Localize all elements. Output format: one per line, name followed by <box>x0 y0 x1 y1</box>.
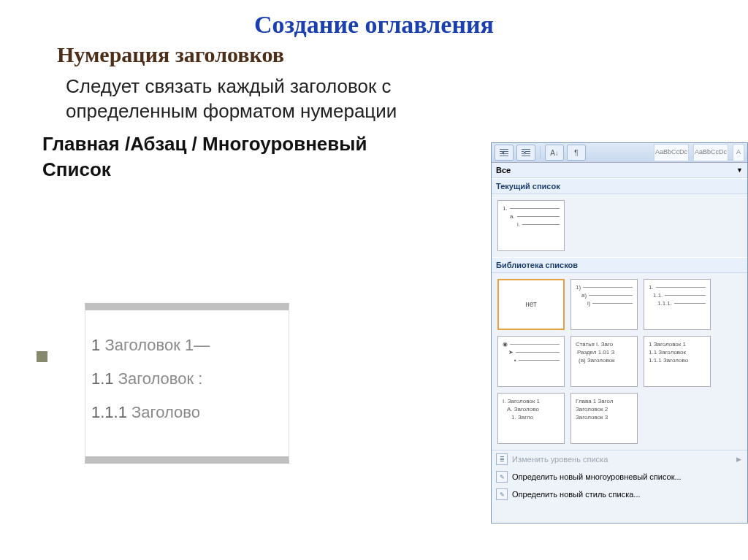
body-text: Следует связать каждый заголовок с опред… <box>66 74 431 124</box>
menu-path: Главная /Абзац / Многоуровневый Список <box>42 131 408 183</box>
define-multilevel-menu[interactable]: ✎ Определить новый многоуровневый список… <box>492 468 747 486</box>
preview-line: 1.1.1 Заголово <box>91 403 283 422</box>
current-list-thumb[interactable]: 1. a. i. <box>497 200 565 251</box>
list-thumb-none[interactable]: нет <box>497 279 565 330</box>
section-library: Библиотека списков <box>492 257 747 273</box>
list-thumb[interactable]: 1 Заголовок 1 1.1 Заголовок 1.1.1 Заголо… <box>644 336 711 387</box>
heading-preview: 1 Заголовок 1— 1.1 Заголовок : 1.1.1 Заг… <box>85 303 289 464</box>
style-preview[interactable]: AaBbCcDc <box>654 144 689 161</box>
define-list-icon: ✎ <box>496 471 508 483</box>
preview-line: 1.1 Заголовок : <box>91 369 283 388</box>
level-icon: ≣ <box>496 453 508 465</box>
list-thumb[interactable]: ◉ ➤ ▪ <box>497 336 565 387</box>
section-current-list: Текущий список <box>492 178 747 194</box>
show-marks-icon[interactable]: ¶ <box>567 145 586 161</box>
decrease-indent-icon[interactable] <box>495 145 514 161</box>
style-preview[interactable]: A <box>733 144 744 161</box>
define-style-menu[interactable]: ✎ Определить новый стиль списка... <box>492 486 747 503</box>
chevron-right-icon: ▶ <box>736 456 741 463</box>
all-dropdown[interactable]: Все ▼ <box>492 163 747 178</box>
list-thumb[interactable]: 1) a) i) <box>570 279 638 330</box>
preview-line: 1 Заголовок 1— <box>91 336 283 355</box>
panel-bottom-menu: ≣ Изменить уровень списка ▶ ✎ Определить… <box>492 450 747 503</box>
chevron-down-icon: ▼ <box>736 166 743 174</box>
bullet-square <box>37 351 47 362</box>
sort-icon[interactable]: А↓ <box>545 145 564 161</box>
define-style-icon: ✎ <box>496 488 508 500</box>
list-thumb[interactable]: I. Заголовок 1 A. Заголово 1. Загло <box>497 393 565 444</box>
list-thumb[interactable]: Статья I. Заго Раздел 1.01 З (a) Заголов… <box>570 336 638 387</box>
style-preview[interactable]: AaBbCcDc <box>693 144 728 161</box>
list-thumb[interactable]: Глава 1 Загол Заголовок 2 Заголовок 3 <box>570 393 638 444</box>
change-level-menu[interactable]: ≣ Изменить уровень списка ▶ <box>492 450 747 468</box>
increase-indent-icon[interactable] <box>516 145 535 161</box>
subtitle: Нумерация заголовков <box>57 42 748 67</box>
ribbon-toolbar: А↓ ¶ AaBbCcDc AaBbCcDc A <box>492 143 747 163</box>
list-thumb[interactable]: 1. 1.1. 1.1.1. <box>644 279 711 330</box>
page-title: Создание оглавления <box>0 11 748 39</box>
multilevel-list-panel: А↓ ¶ AaBbCcDc AaBbCcDc A Все ▼ Текущий с… <box>491 142 748 523</box>
